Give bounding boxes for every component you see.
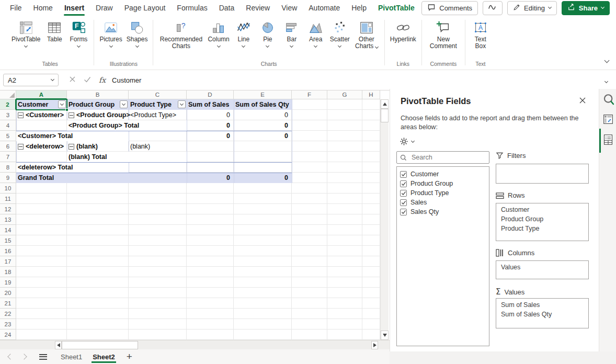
col-header-F[interactable]: F — [292, 90, 327, 99]
cell-G19[interactable] — [327, 277, 362, 288]
cell-G22[interactable] — [327, 309, 362, 319]
row-header-24[interactable]: 24 — [0, 329, 16, 340]
collapse-button[interactable] — [69, 144, 74, 150]
field-item-product-type[interactable]: Product Type — [397, 188, 489, 198]
cell-G6[interactable] — [327, 141, 362, 152]
row-header-4[interactable]: 4 — [0, 120, 16, 131]
row-header-20[interactable]: 20 — [0, 288, 16, 298]
sheet-tab-sheet2[interactable]: Sheet2 — [87, 349, 120, 364]
cell-D6[interactable] — [187, 141, 234, 152]
cell-G18[interactable] — [327, 267, 362, 277]
cell-F15[interactable] — [292, 235, 327, 246]
line-chart-button[interactable]: Line — [232, 17, 256, 49]
cell-G24[interactable] — [327, 329, 362, 340]
cell-A7[interactable] — [16, 152, 67, 162]
cell-A4[interactable] — [16, 120, 67, 131]
row-header-2[interactable]: 2 — [0, 99, 16, 110]
cell-C13[interactable] — [129, 214, 187, 225]
cell-F14[interactable] — [292, 225, 327, 235]
rows-area-item[interactable]: Product Type — [496, 224, 588, 233]
cell-H4[interactable] — [362, 120, 380, 131]
cell-A23[interactable] — [16, 319, 67, 329]
cell-A20[interactable] — [16, 288, 67, 298]
cell-F5[interactable] — [292, 131, 327, 141]
col-header-E[interactable]: E — [234, 90, 292, 99]
bar-chart-button[interactable]: Bar — [280, 17, 304, 49]
pivot-cell-A6[interactable]: <deleterow> — [16, 141, 67, 152]
filter-dropdown-button[interactable] — [120, 100, 128, 108]
cell-E10[interactable] — [234, 183, 292, 194]
cell-G15[interactable] — [327, 235, 362, 246]
lens-search-button[interactable] — [603, 93, 614, 109]
row-header-16[interactable]: 16 — [0, 246, 16, 256]
cell-F8[interactable] — [292, 162, 327, 173]
rows-area-item[interactable]: Product Group — [496, 214, 588, 224]
cell-E23[interactable] — [234, 319, 292, 329]
horizontal-scroll-thumb[interactable] — [62, 341, 138, 349]
row-header-12[interactable]: 12 — [0, 204, 16, 214]
cell-F4[interactable] — [292, 120, 327, 131]
cell-C14[interactable] — [129, 225, 187, 235]
text-box-button[interactable]: A Text Box — [469, 17, 493, 50]
cell-D22[interactable] — [187, 309, 234, 319]
col-header-B[interactable]: B — [67, 90, 129, 99]
row-header-6[interactable]: 6 — [0, 141, 16, 152]
cell-A21[interactable] — [16, 298, 67, 309]
scroll-right-button[interactable] — [371, 341, 378, 349]
cell-H8[interactable] — [362, 162, 380, 173]
pivottable-pane-button[interactable] — [603, 114, 613, 127]
cell-H10[interactable] — [362, 183, 380, 194]
previous-sheet-button[interactable] — [7, 354, 13, 359]
cell-E8[interactable] — [234, 162, 292, 173]
cell-C23[interactable] — [129, 319, 187, 329]
cell-G11[interactable] — [327, 194, 362, 204]
cell-G2[interactable] — [327, 99, 362, 110]
cell-A17[interactable] — [16, 256, 67, 267]
cell-D19[interactable] — [187, 277, 234, 288]
pivot-cell-E9[interactable]: 0 — [234, 173, 292, 183]
cell-G14[interactable] — [327, 225, 362, 235]
cell-E16[interactable] — [234, 246, 292, 256]
pivot-cell-D4[interactable]: 0 — [187, 120, 234, 131]
pie-chart-button[interactable]: Pie — [256, 17, 280, 49]
cell-A15[interactable] — [16, 235, 67, 246]
row-header-21[interactable]: 21 — [0, 298, 16, 309]
pivot-cell-B7[interactable]: (blank) Total — [67, 152, 187, 162]
row-header-11[interactable]: 11 — [0, 194, 16, 204]
cell-A18[interactable] — [16, 267, 67, 277]
cell-A22[interactable] — [16, 309, 67, 319]
menu-tab-data[interactable]: Data — [213, 0, 241, 16]
row-header-9[interactable]: 9 — [0, 173, 16, 183]
checkbox-checked-icon[interactable] — [400, 190, 407, 197]
cell-G9[interactable] — [327, 173, 362, 183]
cell-B15[interactable] — [67, 235, 129, 246]
share-button[interactable]: Share — [562, 1, 610, 15]
pivot-cell-A9[interactable]: Grand Total — [16, 173, 187, 183]
cell-E18[interactable] — [234, 267, 292, 277]
menu-tab-automate[interactable]: Automate — [303, 0, 346, 16]
pivot-cell-E5[interactable]: 0 — [234, 131, 292, 141]
rows-area-box[interactable]: Customer Product Group Product Type — [496, 203, 589, 241]
cell-D15[interactable] — [187, 235, 234, 246]
cell-D11[interactable] — [187, 194, 234, 204]
menu-tab-review[interactable]: Review — [240, 0, 276, 16]
checkbox-checked-icon[interactable] — [400, 180, 407, 187]
cancel-button[interactable] — [69, 76, 76, 84]
cell-B17[interactable] — [67, 256, 129, 267]
cell-C11[interactable] — [129, 194, 187, 204]
row-header-22[interactable]: 22 — [0, 309, 16, 319]
cell-D18[interactable] — [187, 267, 234, 277]
values-area-box[interactable]: Sum of Sales Sum of Sales Qty — [496, 298, 589, 328]
cell-E14[interactable] — [234, 225, 292, 235]
pivot-cell-E4[interactable]: 0 — [234, 120, 292, 131]
pivot-cell-E2[interactable]: Sum of Sales Qty — [234, 99, 292, 110]
values-area-item[interactable]: Sum of Sales Qty — [496, 310, 588, 319]
cell-A11[interactable] — [16, 194, 67, 204]
next-sheet-button[interactable] — [21, 354, 27, 359]
cell-C24[interactable] — [129, 329, 187, 340]
cell-F7[interactable] — [292, 152, 327, 162]
collapse-button[interactable] — [18, 144, 24, 150]
ribbon-collapse-button[interactable] — [605, 55, 609, 64]
cell-F16[interactable] — [292, 246, 327, 256]
cell-G3[interactable] — [327, 110, 362, 120]
